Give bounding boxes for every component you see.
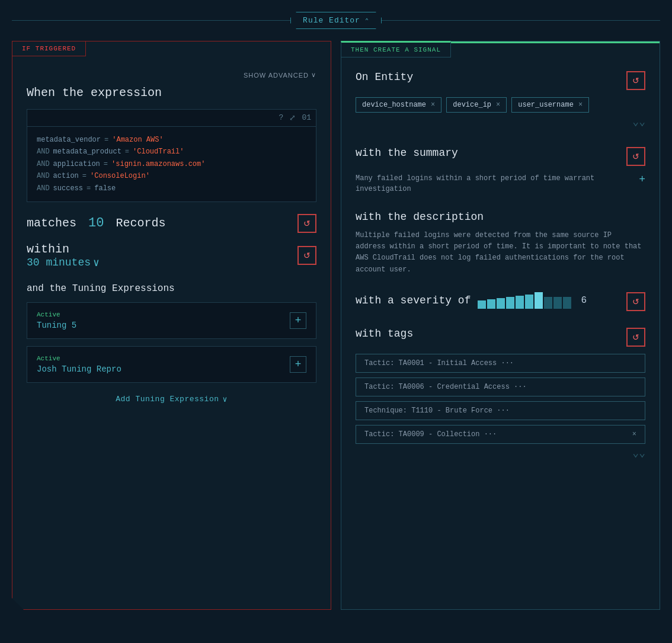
show-advanced-label: SHOW ADVANCED xyxy=(244,72,309,79)
tags-scroll-indicator: ⌄⌄ xyxy=(356,444,645,462)
tuning-card-1: Active Tuning 5 + xyxy=(27,302,316,339)
code-value-3: 'signin.amazonaws.com' xyxy=(111,158,205,170)
panels-container: IF TRIGGERED SHOW ADVANCED ∨ When the ex… xyxy=(12,41,660,610)
tags-section: with tags ↺ Tactic: TA0001 - Initial Acc… xyxy=(356,328,645,462)
rule-editor-title: Rule Editor ⌃ xyxy=(290,12,382,29)
entity-tags: device_hostname × device_ip × user_usern… xyxy=(356,97,645,113)
code-keyword-2: metadata_product xyxy=(53,146,121,158)
add-tuning-expression-row[interactable]: Add Tuning Expression ∨ xyxy=(27,395,316,404)
on-entity-reset-button[interactable]: ↺ xyxy=(626,71,645,90)
tags-reset-icon: ↺ xyxy=(632,332,639,342)
code-toolbar: ? ⤢ 01 xyxy=(27,110,316,127)
add-tuning-chevron-icon: ∨ xyxy=(223,395,228,404)
tag-pill-2: Tactic: TA0006 - Credential Access ··· xyxy=(356,378,645,396)
code-line-5: AND success = false xyxy=(37,183,306,194)
code-area: metadata_vendor = 'Amazon AWS' AND metad… xyxy=(27,127,316,201)
summary-section: with the summary ↺ Many failed logins wi… xyxy=(356,147,645,194)
summary-expand-icon[interactable]: + xyxy=(639,172,645,188)
plus-icon-1: + xyxy=(295,314,302,327)
matches-label: matches xyxy=(27,216,76,230)
within-text: within 30 minutes ∨ xyxy=(27,242,297,269)
sev-bar-1 xyxy=(478,300,486,309)
entity-tag-remove-2[interactable]: × xyxy=(496,101,500,109)
severity-reset-icon: ↺ xyxy=(632,297,639,306)
summary-header: with the summary ↺ xyxy=(356,147,645,166)
reset-icon-2: ↺ xyxy=(303,251,311,260)
reset-icon: ↺ xyxy=(303,219,311,228)
right-panel: THEN CREATE A SIGNAL On Entity ↺ device_… xyxy=(341,41,660,610)
tuning-card-2: Active Josh Tuning Repro + xyxy=(27,346,316,383)
severity-reset-button[interactable]: ↺ xyxy=(626,292,645,311)
tags-reset-button[interactable]: ↺ xyxy=(626,328,645,347)
tag-pill-remove-4[interactable]: × xyxy=(632,430,636,439)
code-line-2: AND metadata_product = 'CloudTrail' xyxy=(37,146,306,158)
sev-bar-10 xyxy=(563,297,571,309)
chevron-down-icon: ∨ xyxy=(311,71,316,79)
entity-tag-remove-3[interactable]: × xyxy=(578,101,583,109)
show-advanced-row: SHOW ADVANCED ∨ xyxy=(27,71,316,79)
code-toggle-icon[interactable]: 01 xyxy=(302,113,311,123)
tuning-status-1: Active xyxy=(37,311,76,318)
then-signal-tab[interactable]: THEN CREATE A SIGNAL xyxy=(341,41,451,57)
code-line-4: AND action = 'ConsoleLogin' xyxy=(37,170,306,182)
matches-value: 10 xyxy=(88,216,104,231)
plus-icon-2: + xyxy=(295,358,302,370)
entity-tag-user-username: user_username × xyxy=(511,97,589,113)
tag-pill-4: Tactic: TA0009 - Collection ··· × xyxy=(356,425,645,444)
code-keyword-1: metadata_vendor xyxy=(37,134,101,146)
entity-tag-label-3: user_username xyxy=(518,101,574,109)
entity-tag-device-ip: device_ip × xyxy=(446,97,507,113)
chevron-up-icon: ⌃ xyxy=(365,17,369,24)
rule-editor-header: Rule Editor ⌃ xyxy=(12,12,660,29)
sev-bar-9 xyxy=(553,297,562,309)
expression-section-title: When the expression xyxy=(27,86,316,100)
right-content: On Entity ↺ device_hostname × device_ip … xyxy=(341,41,660,609)
description-title: with the description xyxy=(356,211,484,223)
code-line-3: AND application = 'signin.amazonaws.com' xyxy=(37,158,306,170)
sev-bar-highlight xyxy=(535,292,543,309)
description-header: with the description xyxy=(356,211,645,223)
sev-bar-3 xyxy=(497,298,505,309)
entity-tag-label-1: device_hostname xyxy=(362,101,426,109)
expand-icon[interactable]: ⤢ xyxy=(289,113,296,123)
if-triggered-label: IF TRIGGERED xyxy=(22,45,76,52)
matches-text: matches 10 Records xyxy=(27,216,297,231)
show-advanced-button[interactable]: SHOW ADVANCED ∨ xyxy=(244,71,316,79)
tuning-status-2: Active xyxy=(37,355,121,362)
sev-bar-4 xyxy=(506,297,514,309)
title-text: Rule Editor xyxy=(303,16,360,25)
within-value-text: 30 minutes xyxy=(27,257,91,268)
tuning-expand-button-1[interactable]: + xyxy=(290,312,306,329)
tuning-card-info-1: Active Tuning 5 xyxy=(37,311,76,330)
entity-reset-icon: ↺ xyxy=(632,76,639,85)
entity-tag-remove-1[interactable]: × xyxy=(431,101,435,109)
then-signal-label: THEN CREATE A SIGNAL xyxy=(351,46,441,53)
if-triggered-tab[interactable]: IF TRIGGERED xyxy=(12,41,86,56)
sev-bar-6 xyxy=(525,295,533,309)
summary-reset-button[interactable]: ↺ xyxy=(626,147,645,166)
severity-bars xyxy=(478,292,571,309)
left-panel: IF TRIGGERED SHOW ADVANCED ∨ When the ex… xyxy=(12,41,331,610)
within-reset-button[interactable]: ↺ xyxy=(297,246,316,265)
code-line-1: metadata_vendor = 'Amazon AWS' xyxy=(37,134,306,146)
severity-header: with a severity of xyxy=(356,292,645,311)
tuning-card-info-2: Active Josh Tuning Repro xyxy=(37,355,121,374)
summary-title: with the summary xyxy=(356,147,458,159)
code-value-1: 'Amazon AWS' xyxy=(112,134,163,146)
description-section: with the description Multiple failed log… xyxy=(356,211,645,276)
summary-reset-icon: ↺ xyxy=(632,152,639,161)
matches-reset-button[interactable]: ↺ xyxy=(297,214,316,233)
main-container: Rule Editor ⌃ IF TRIGGERED SHOW ADVANCED… xyxy=(0,0,672,643)
description-content: Multiple failed logins were detected fro… xyxy=(356,230,645,276)
tuning-expand-button-2[interactable]: + xyxy=(290,356,306,373)
sev-bar-8 xyxy=(544,297,552,309)
tag-pill-1: Tactic: TA0001 - Initial Access ··· xyxy=(356,354,645,373)
help-icon[interactable]: ? xyxy=(279,113,284,123)
sev-bar-2 xyxy=(487,299,495,309)
left-content: SHOW ADVANCED ∨ When the expression ? ⤢ … xyxy=(12,41,331,418)
code-keyword-4: action xyxy=(53,170,79,182)
tags-title: with tags xyxy=(356,328,413,340)
within-value[interactable]: 30 minutes ∨ xyxy=(27,256,293,269)
entity-tag-label-2: device_ip xyxy=(453,101,491,109)
within-label: within xyxy=(27,242,69,256)
